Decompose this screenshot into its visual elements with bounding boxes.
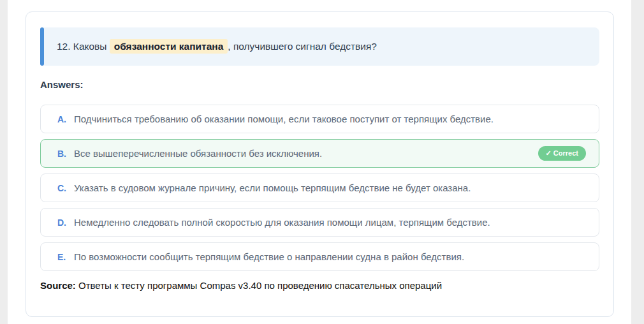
question-text-before: 12. Каковы [57,41,110,52]
source-label: Source: [40,280,76,291]
options-list: A. Подчиниться требованию об оказании по… [40,105,599,271]
source-line: Source: Ответы к тесту программы Compas … [40,280,599,291]
option-letter: A. [57,114,74,124]
answer-option-b-correct[interactable]: B. Все вышеперечисленные обязанности без… [40,139,599,168]
question-highlight: обязанности капитана [110,39,228,54]
answer-option-c[interactable]: C. Указать в судовом журнале причину, ес… [40,173,599,202]
option-text: Все вышеперечисленные обязанности без ис… [74,148,322,159]
option-letter: E. [57,252,74,262]
option-text: Немедленно следовать полной скоростью дл… [74,217,490,228]
option-letter: D. [57,217,74,228]
option-letter: C. [57,183,74,193]
answer-option-a[interactable]: A. Подчиниться требованию об оказании по… [40,105,599,133]
source-text: Ответы к тесту программы Compas v3.40 по… [76,280,442,291]
page-panel: 12. Каковы обязанности капитана, получив… [8,0,631,324]
answer-option-d[interactable]: D. Немедленно следовать полной скоростью… [40,208,599,237]
option-text: Подчиниться требованию об оказании помощ… [74,114,494,124]
answers-label: Answers: [40,79,599,90]
question-text: 12. Каковы обязанности капитана, получив… [57,40,377,54]
option-text: По возможности сообщить терпящим бедстви… [74,251,464,262]
option-letter: B. [57,149,74,159]
option-text: Указать в судовом журнале причину, если … [74,182,471,193]
quiz-question-card: 12. Каковы обязанности капитана, получив… [26,11,614,317]
question-accent-bar [40,27,44,66]
correct-badge: ✓ Correct [538,146,586,161]
question-text-after: , получившего сигнал бедствия? [228,41,377,52]
question-header: 12. Каковы обязанности капитана, получив… [40,27,599,66]
answer-option-e[interactable]: E. По возможности сообщить терпящим бедс… [40,242,599,271]
